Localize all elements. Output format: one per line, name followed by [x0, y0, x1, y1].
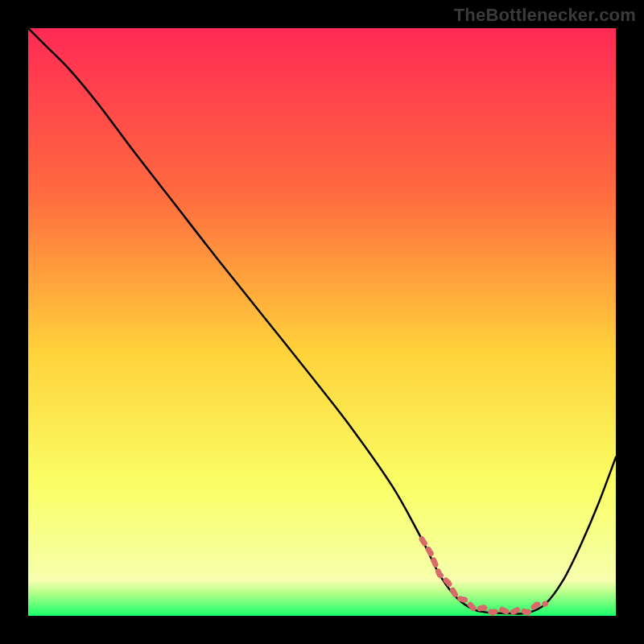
chart-svg: [28, 28, 616, 616]
gradient-background: [28, 28, 616, 616]
watermark-text: TheBottlenecker.com: [454, 5, 636, 26]
chart-container: TheBottlenecker.com: [0, 0, 644, 644]
plot-area: [28, 28, 616, 616]
